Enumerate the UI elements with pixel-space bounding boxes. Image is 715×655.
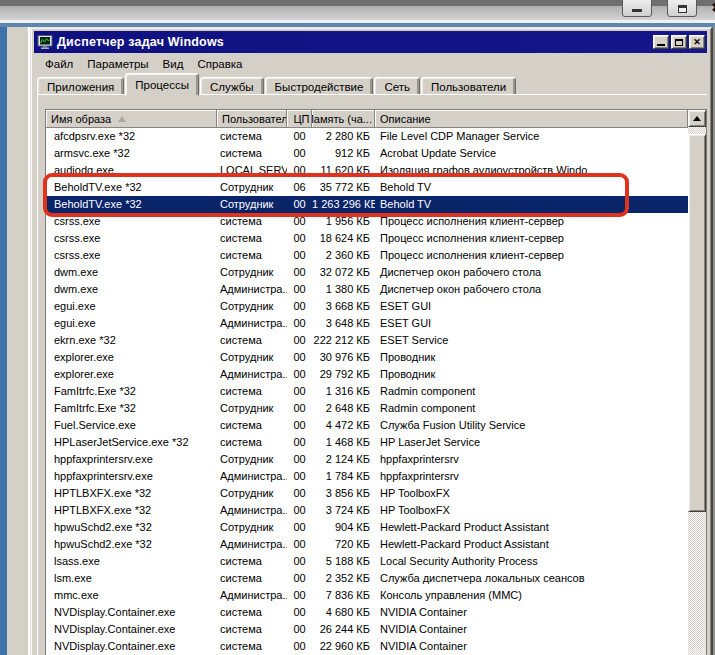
cell-memory: 3 668 КБ — [312, 298, 375, 315]
table-row[interactable]: armsvc.exe *32система00912 КБAcrobat Upd… — [46, 145, 688, 162]
table-row[interactable]: ekrn.exe *32система00222 212 КБESET Serv… — [46, 332, 688, 349]
maximize-button[interactable] — [671, 35, 687, 49]
table-row[interactable]: lsm.exeсистема002 352 КБСлужба диспетчер… — [46, 570, 688, 587]
table-row[interactable]: csrss.exeсистема001 956 КБПроцесс исполн… — [46, 213, 688, 230]
table-row[interactable]: NVDisplay.Container.exeсистема0026 244 К… — [46, 621, 688, 638]
cell-description: Hewlett-Packard Product Assistant — [375, 519, 688, 536]
cell-description: hppfaxprintersrv — [375, 451, 688, 468]
cell-cpu: 00 — [287, 145, 312, 162]
menu-options[interactable]: Параметры — [80, 56, 155, 72]
cell-user: система — [217, 570, 287, 587]
cell-description: Radmin component — [375, 400, 688, 417]
cell-description: Изоляция графов аудиоустройств Windo — [375, 162, 688, 179]
cell-cpu: 00 — [287, 264, 312, 281]
table-row[interactable]: HPTLBXFX.exe *32Сотрудник003 856 КБHP To… — [46, 485, 688, 502]
cell-description: Диспетчер окон рабочего стола — [375, 281, 688, 298]
background-close-button[interactable]: ✖ — [704, 0, 715, 17]
menu-file[interactable]: Файл — [38, 56, 80, 72]
column-header-memory[interactable]: Память (ча... — [312, 110, 375, 128]
scrollbar-thumb[interactable] — [688, 134, 706, 512]
cell-user: система — [217, 604, 287, 621]
cell-cpu: 00 — [287, 383, 312, 400]
minimize-button[interactable] — [653, 35, 669, 49]
column-header-cpu[interactable]: ЦП — [287, 110, 312, 128]
cell-memory: 22 960 КБ — [312, 638, 375, 655]
cell-memory: 3 856 КБ — [312, 485, 375, 502]
cell-image-name: BeholdTV.exe *32 — [46, 196, 217, 213]
table-row[interactable]: hppfaxprintersrv.exeСотрудник002 124 КБh… — [46, 451, 688, 468]
table-row[interactable]: FamItrfc.Exe *32Сотрудник002 648 КБRadmi… — [46, 400, 688, 417]
column-header-user[interactable]: Пользователь — [217, 110, 287, 128]
table-row[interactable]: dwm.exeСотрудник0032 072 КБДиспетчер око… — [46, 264, 688, 281]
cell-memory: 2 280 КБ — [312, 128, 375, 145]
cell-description: Служба Fusion Utility Service — [375, 417, 688, 434]
minimize-icon — [632, 9, 642, 12]
window-controls: ✕ — [653, 35, 705, 49]
table-row[interactable]: audiodg.exeLOCAL SERVICE0011 620 КБИзоля… — [46, 162, 688, 179]
cell-memory: 720 КБ — [312, 536, 375, 553]
table-row[interactable]: hppfaxprintersrv.exeАдминистра...001 784… — [46, 468, 688, 485]
table-row[interactable]: mmc.exeАдминистра...007 836 КБКонсоль уп… — [46, 587, 688, 604]
table-row[interactable]: egui.exeАдминистра...003 648 КБESET GUI — [46, 315, 688, 332]
cell-description: HP ToolboxFX — [375, 485, 688, 502]
cell-user: система — [217, 621, 287, 638]
background-maximize-button[interactable] — [667, 0, 697, 17]
background-minimize-button[interactable] — [622, 0, 652, 17]
task-manager-icon — [37, 35, 53, 50]
table-row[interactable]: afcdpsrv.exe *32система002 280 КБFile Le… — [46, 128, 688, 145]
scrollbar-up-button[interactable] — [688, 110, 706, 127]
table-row[interactable]: FamItrfc.Exe *32система001 316 КБRadmin … — [46, 383, 688, 400]
vertical-scrollbar[interactable] — [688, 110, 706, 655]
cell-memory: 7 836 КБ — [312, 587, 375, 604]
cell-image-name: BeholdTV.exe *32 — [46, 179, 217, 196]
table-row[interactable]: explorer.exeСотрудник0030 976 КБПроводни… — [46, 349, 688, 366]
menu-help[interactable]: Справка — [190, 56, 249, 72]
table-row[interactable]: hpwuSchd2.exe *32Администра...00720 КБHe… — [46, 536, 688, 553]
cell-memory: 4 472 КБ — [312, 417, 375, 434]
table-row[interactable]: HPLaserJetService.exe *32система001 468 … — [46, 434, 688, 451]
cell-description: ESET Service — [375, 332, 688, 349]
table-row[interactable]: BeholdTV.exe *32Сотрудник001 263 296 КБB… — [46, 196, 688, 213]
cell-user: система — [217, 417, 287, 434]
column-header-description[interactable]: Описание — [375, 110, 688, 128]
table-row[interactable]: csrss.exeсистема0018 624 КБПроцесс испол… — [46, 230, 688, 247]
cell-user: Администра... — [217, 536, 287, 553]
cell-description: NVIDIA Container — [375, 638, 688, 655]
tab-processes[interactable]: Процессы — [125, 73, 199, 96]
table-row[interactable]: egui.exeСотрудник003 668 КБESET GUI — [46, 298, 688, 315]
cell-image-name: hpwuSchd2.exe *32 — [46, 519, 217, 536]
cell-memory: 26 244 КБ — [312, 621, 375, 638]
cell-user: Администра... — [217, 366, 287, 383]
cell-image-name: hppfaxprintersrv.exe — [46, 451, 217, 468]
cell-image-name: csrss.exe — [46, 247, 217, 264]
table-row[interactable]: HPTLBXFX.exe *32Администра...003 724 КБH… — [46, 502, 688, 519]
column-header-image-name[interactable]: Имя образа — [46, 110, 217, 128]
table-row[interactable]: lsass.exeсистема005 188 КБLocal Security… — [46, 553, 688, 570]
cell-image-name: audiodg.exe — [46, 162, 217, 179]
cell-image-name: Fuel.Service.exe — [46, 417, 217, 434]
table-row[interactable]: NVDisplay.Container.exeсистема004 680 КБ… — [46, 604, 688, 621]
title-bar[interactable]: Диспетчер задач Windows ✕ — [34, 31, 707, 53]
cell-cpu: 00 — [287, 213, 312, 230]
cell-user: система — [217, 230, 287, 247]
close-button[interactable]: ✕ — [689, 35, 705, 49]
cell-description: File Level CDP Manager Service — [375, 128, 688, 145]
table-row[interactable]: BeholdTV.exe *32Сотрудник0635 772 КБBeho… — [46, 179, 688, 196]
cell-memory: 5 188 КБ — [312, 553, 375, 570]
cell-memory: 1 263 296 КБ — [312, 196, 375, 213]
menu-view[interactable]: Вид — [156, 56, 191, 72]
cell-user: система — [217, 553, 287, 570]
cell-description: Local Security Authority Process — [375, 553, 688, 570]
cell-cpu: 00 — [287, 587, 312, 604]
table-row[interactable]: hpwuSchd2.exe *32Сотрудник00904 КБHewlet… — [46, 519, 688, 536]
cell-description: Процесс исполнения клиент-сервер — [375, 247, 688, 264]
cell-user: Администра... — [217, 468, 287, 485]
table-row[interactable]: NVDisplay.Container.exeсистема0022 960 К… — [46, 638, 688, 655]
table-row[interactable]: Fuel.Service.exeсистема004 472 КБСлужба … — [46, 417, 688, 434]
table-row[interactable]: explorer.exeАдминистра...0029 792 КБПров… — [46, 366, 688, 383]
table-row[interactable]: csrss.exeсистема002 360 КБПроцесс исполн… — [46, 247, 688, 264]
cell-user: система — [217, 128, 287, 145]
table-row[interactable]: dwm.exeАдминистра...001 380 КБДиспетчер … — [46, 281, 688, 298]
cell-memory: 1 956 КБ — [312, 213, 375, 230]
cell-memory: 222 212 КБ — [312, 332, 375, 349]
